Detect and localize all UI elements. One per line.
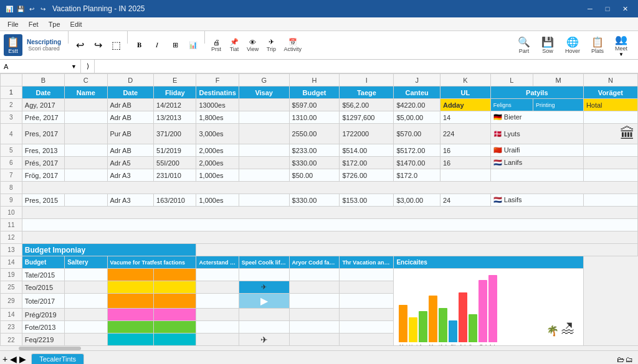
col-header-H[interactable]: H bbox=[289, 74, 340, 86]
budget-cell-1-saltery[interactable] bbox=[65, 269, 107, 281]
tiat-button[interactable]: 📌Tiat bbox=[226, 32, 243, 58]
menu-trip[interactable]: Edit bbox=[65, 19, 87, 29]
chart-button[interactable]: 📊 bbox=[184, 32, 202, 58]
trip-button[interactable]: ✈Trip bbox=[262, 32, 280, 58]
sheet-scroll-right[interactable]: 🗂 bbox=[626, 355, 633, 364]
ribbon-tab-estt[interactable]: 📋 Estt bbox=[4, 34, 22, 56]
cell-2-l[interactable]: Feligns bbox=[490, 99, 533, 111]
cell-4-l[interactable]: 🇩🇰 Lyuts bbox=[490, 124, 583, 144]
budget-cell-5-saltery[interactable] bbox=[65, 321, 107, 334]
cell-4-f[interactable]: 3,000es bbox=[196, 124, 239, 144]
activity-button[interactable]: 📅Activity bbox=[280, 32, 305, 58]
budget-cell-5-label[interactable]: Fote/2013 bbox=[22, 321, 64, 334]
budget-cell-1-d[interactable] bbox=[154, 269, 196, 281]
cell-12-empty[interactable] bbox=[22, 231, 637, 244]
budget-cell-6-g[interactable] bbox=[289, 334, 340, 346]
menu-edit[interactable]: Fet bbox=[24, 19, 44, 29]
part-button[interactable]: 🔍 Part bbox=[513, 34, 535, 57]
cell-6-d[interactable]: Adr A5 bbox=[107, 157, 154, 169]
cell-6-j[interactable]: $1470.00 bbox=[394, 157, 440, 169]
budget-cell-1-h[interactable] bbox=[340, 269, 394, 281]
cell-2-f[interactable]: 13000es bbox=[196, 99, 239, 111]
budget-cell-5-f[interactable] bbox=[239, 321, 289, 334]
cell-2-h[interactable]: $597.00 bbox=[289, 99, 340, 111]
cell-2-n[interactable]: Hotal bbox=[583, 99, 637, 111]
cell-6-c[interactable] bbox=[65, 157, 107, 169]
cell-2-c[interactable] bbox=[65, 99, 107, 111]
cell-7-b[interactable]: Frög, 2017 bbox=[22, 169, 64, 182]
sheet-nav-right[interactable]: ▶ bbox=[19, 354, 26, 364]
cell-4-e[interactable]: 371/200 bbox=[154, 124, 196, 144]
cell-9-c[interactable] bbox=[65, 194, 107, 207]
budget-cell-1-g[interactable] bbox=[289, 269, 340, 281]
cell-6-l[interactable]: 🇳🇱 Lanifs bbox=[490, 157, 583, 169]
cell-6-f[interactable]: 2,000es bbox=[196, 157, 239, 169]
cell-7-f[interactable]: 1,000es bbox=[196, 169, 239, 182]
maximize-button[interactable]: □ bbox=[599, 2, 616, 15]
cell-6-e[interactable]: 55I/200 bbox=[154, 157, 196, 169]
col-header-I[interactable]: I bbox=[340, 74, 394, 86]
budget-cell-6-c[interactable] bbox=[107, 334, 154, 346]
budget-cell-6-label[interactable]: Feq/2219 bbox=[22, 334, 64, 346]
cell-7-k[interactable] bbox=[440, 169, 490, 182]
print-button[interactable]: 🖨Prst bbox=[207, 32, 225, 58]
col-header-D[interactable]: D bbox=[107, 74, 154, 86]
cell-9-k[interactable]: 24 bbox=[440, 194, 490, 207]
cell-4-c[interactable] bbox=[65, 124, 107, 144]
cell-3-g[interactable] bbox=[239, 111, 289, 124]
sow-button[interactable]: 💾 Sow bbox=[537, 34, 558, 57]
budget-cell-5-c[interactable] bbox=[107, 321, 154, 334]
cell-7-n[interactable] bbox=[583, 169, 637, 182]
cell-9-n[interactable] bbox=[583, 194, 637, 207]
new-sheet-button[interactable]: + bbox=[2, 354, 7, 364]
menu-view[interactable]: Tpe bbox=[44, 19, 65, 29]
budget-cell-4-h[interactable] bbox=[340, 309, 394, 321]
cell-7-j[interactable]: $172.0 bbox=[394, 169, 440, 182]
cell-8-empty[interactable] bbox=[22, 182, 637, 194]
cell-4-i[interactable]: 1722000 bbox=[340, 124, 394, 144]
budget-cell-4-g[interactable] bbox=[289, 309, 340, 321]
budget-cell-3-saltery[interactable] bbox=[65, 294, 107, 309]
cell-7-c[interactable] bbox=[65, 169, 107, 182]
cell-9-i[interactable]: $153.00 bbox=[340, 194, 394, 207]
cell-6-h[interactable]: $330.00 bbox=[289, 157, 340, 169]
cell-5-c[interactable] bbox=[65, 144, 107, 157]
cell-4-d[interactable]: Pur AB bbox=[107, 124, 154, 144]
cell-11-empty[interactable] bbox=[22, 219, 637, 231]
plats-button[interactable]: 📋 Plats bbox=[587, 34, 608, 57]
cell-5-n[interactable] bbox=[583, 144, 637, 157]
budget-cell-4-saltery[interactable] bbox=[65, 309, 107, 321]
cell-2-g[interactable] bbox=[239, 99, 289, 111]
cell-9-e[interactable]: 163/2010 bbox=[154, 194, 196, 207]
col-header-F[interactable]: F bbox=[196, 74, 239, 86]
budget-cell-2-d[interactable] bbox=[154, 281, 196, 294]
scroll-thumb[interactable] bbox=[19, 347, 81, 350]
hover-button[interactable]: 🌐 Hover bbox=[561, 34, 584, 57]
budget-cell-6-h[interactable] bbox=[340, 334, 394, 346]
budget-cell-2-saltery[interactable] bbox=[65, 281, 107, 294]
budget-cell-5-d[interactable] bbox=[154, 321, 196, 334]
formula-expand[interactable]: ⟩ bbox=[81, 60, 95, 73]
col-header-G[interactable]: G bbox=[239, 74, 289, 86]
cell-6-k[interactable]: 16 bbox=[440, 157, 490, 169]
cell-13-empty[interactable] bbox=[196, 244, 638, 256]
budget-cell-3-d[interactable] bbox=[154, 294, 196, 309]
cell-4-h[interactable]: 2550.00 bbox=[289, 124, 340, 144]
budget-cell-3-label[interactable]: Tote/2017 bbox=[22, 294, 64, 309]
redo-button[interactable]: ↪ bbox=[89, 32, 107, 58]
cell-5-f[interactable]: 2,000es bbox=[196, 144, 239, 157]
cell-9-h[interactable]: $330.00 bbox=[289, 194, 340, 207]
cell-4-k[interactable]: 224 bbox=[440, 124, 490, 144]
cell-5-g[interactable] bbox=[239, 144, 289, 157]
cell-2-d[interactable]: Adr AB bbox=[107, 99, 154, 111]
table-button[interactable]: ⊞ bbox=[166, 32, 184, 58]
cell-5-k[interactable]: 16 bbox=[440, 144, 490, 157]
name-box[interactable]: A ▼ bbox=[0, 60, 81, 73]
budget-cell-4-f[interactable] bbox=[239, 309, 289, 321]
budget-cell-6-saltery[interactable] bbox=[65, 334, 107, 346]
cell-6-n[interactable] bbox=[583, 157, 637, 169]
cell-3-b[interactable]: Prée, 2017 bbox=[22, 111, 64, 124]
cell-3-k[interactable]: 14 bbox=[440, 111, 490, 124]
cell-2-e[interactable]: 14/2012 bbox=[154, 99, 196, 111]
budget-cell-5-e[interactable] bbox=[196, 321, 239, 334]
